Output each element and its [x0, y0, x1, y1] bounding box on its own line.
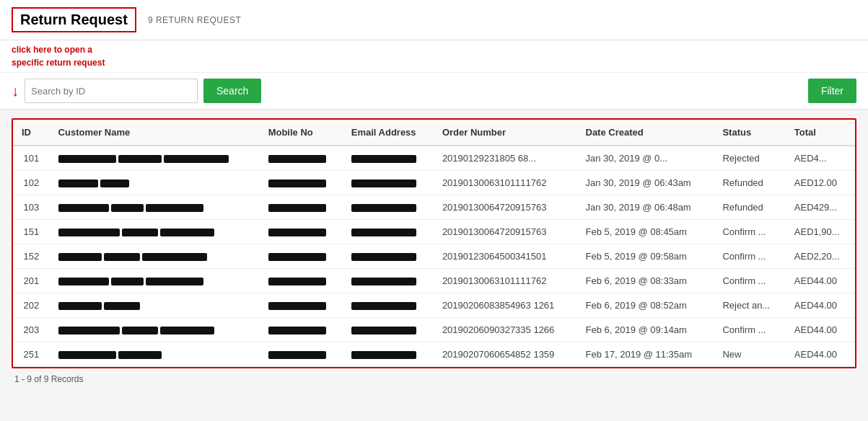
cell-date: Jan 30, 2019 @ 0...: [577, 146, 714, 171]
cell-id: 101: [13, 146, 50, 171]
cell-id: 152: [13, 244, 50, 269]
cell-customer-name: [50, 146, 260, 171]
col-email: Email Address: [343, 120, 434, 146]
cell-mobile: [260, 244, 343, 269]
table-row[interactable]: 20120190130063101111762Feb 6, 2019 @ 08:…: [13, 269, 855, 293]
cell-date: Feb 17, 2019 @ 11:35am: [577, 342, 714, 367]
cell-total: AED12.00: [786, 171, 855, 195]
cell-order: 20190130064720915763: [434, 195, 577, 220]
table-header-row: ID Customer Name Mobile No Email Address…: [13, 120, 855, 146]
cell-date: Feb 5, 2019 @ 08:45am: [577, 220, 714, 244]
cell-status: Refunded: [714, 195, 785, 220]
cell-mobile: [260, 195, 343, 220]
table-row[interactable]: 15220190123064500341501Feb 5, 2019 @ 09:…: [13, 244, 855, 269]
cell-mobile: [260, 318, 343, 342]
table-row[interactable]: 10120190129231805 68...Jan 30, 2019 @ 0.…: [13, 146, 855, 171]
col-mobile: Mobile No: [260, 120, 343, 146]
col-status: Status: [714, 120, 785, 146]
cell-customer-name: [50, 293, 260, 318]
breadcrumb: 9 RETURN REQUEST: [148, 15, 241, 25]
cell-total: AED44.00: [786, 293, 855, 318]
cell-mobile: [260, 269, 343, 293]
col-id: ID: [13, 120, 50, 146]
main-content: ID Customer Name Mobile No Email Address…: [0, 110, 868, 399]
cell-total: AED429...: [786, 195, 855, 220]
cell-email: [343, 171, 434, 195]
cell-status: Confirm ...: [714, 244, 785, 269]
cell-email: [343, 342, 434, 367]
col-order: Order Number: [434, 120, 577, 146]
cell-status: New: [714, 342, 785, 367]
cell-date: Jan 30, 2019 @ 06:43am: [577, 171, 714, 195]
cell-id: 201: [13, 269, 50, 293]
cell-email: [343, 195, 434, 220]
cell-order: 20190206083854963 1261: [434, 293, 577, 318]
cell-order: 20190206090327335 1266: [434, 318, 577, 342]
cell-order: 20190207060654852 1359: [434, 342, 577, 367]
cell-status: Confirm ...: [714, 269, 785, 293]
cell-status: Confirm ...: [714, 318, 785, 342]
cell-status: Reject an...: [714, 293, 785, 318]
cell-id: 102: [13, 171, 50, 195]
cell-order: 20190130063101111762: [434, 171, 577, 195]
cell-status: Refunded: [714, 171, 785, 195]
search-bar: ↓ Search Filter: [0, 73, 868, 110]
cell-date: Feb 6, 2019 @ 08:52am: [577, 293, 714, 318]
cell-mobile: [260, 293, 343, 318]
cell-order: 20190130063101111762: [434, 269, 577, 293]
cell-date: Feb 6, 2019 @ 09:14am: [577, 318, 714, 342]
table-wrapper: ID Customer Name Mobile No Email Address…: [12, 118, 856, 368]
cell-date: Jan 30, 2019 @ 06:48am: [577, 195, 714, 220]
cell-total: AED44.00: [786, 318, 855, 342]
arrow-icon: ↓: [12, 84, 19, 98]
cell-customer-name: [50, 220, 260, 244]
cell-mobile: [260, 220, 343, 244]
table-row[interactable]: 20320190206090327335 1266Feb 6, 2019 @ 0…: [13, 318, 855, 342]
cell-email: [343, 269, 434, 293]
search-input[interactable]: [25, 79, 198, 103]
record-count: 1 - 9 of 9 Records: [14, 374, 83, 384]
cell-status: Confirm ...: [714, 220, 785, 244]
table-row[interactable]: 20220190206083854963 1261Feb 6, 2019 @ 0…: [13, 293, 855, 318]
cell-mobile: [260, 342, 343, 367]
cell-email: [343, 293, 434, 318]
search-button[interactable]: Search: [203, 79, 261, 103]
cell-mobile: [260, 171, 343, 195]
table-row[interactable]: 10220190130063101111762Jan 30, 2019 @ 06…: [13, 171, 855, 195]
table-row[interactable]: 10320190130064720915763Jan 30, 2019 @ 06…: [13, 195, 855, 220]
col-customer-name: Customer Name: [50, 120, 260, 146]
filter-button[interactable]: Filter: [808, 79, 856, 103]
click-hint: click here to open a specific return req…: [12, 43, 856, 69]
cell-order: 20190123064500341501: [434, 244, 577, 269]
cell-order: 20190129231805 68...: [434, 146, 577, 171]
cell-id: 203: [13, 318, 50, 342]
col-date: Date Created: [577, 120, 714, 146]
table-row[interactable]: 15120190130064720915763Feb 5, 2019 @ 08:…: [13, 220, 855, 244]
cell-customer-name: [50, 342, 260, 367]
cell-customer-name: [50, 269, 260, 293]
table-footer: 1 - 9 of 9 Records: [12, 368, 856, 390]
cell-id: 202: [13, 293, 50, 318]
cell-email: [343, 220, 434, 244]
cell-total: AED4...: [786, 146, 855, 171]
page-title: Return Request: [12, 7, 136, 32]
cell-status: Rejected: [714, 146, 785, 171]
cell-id: 151: [13, 220, 50, 244]
requests-table: ID Customer Name Mobile No Email Address…: [13, 120, 855, 367]
cell-total: AED44.00: [786, 269, 855, 293]
cell-mobile: [260, 146, 343, 171]
cell-order: 20190130064720915763: [434, 220, 577, 244]
cell-email: [343, 244, 434, 269]
cell-total: AED1,90...: [786, 220, 855, 244]
cell-email: [343, 318, 434, 342]
cell-email: [343, 146, 434, 171]
col-total: Total: [786, 120, 855, 146]
cell-date: Feb 6, 2019 @ 08:33am: [577, 269, 714, 293]
top-bar: Return Request 9 RETURN REQUEST click he…: [0, 0, 868, 73]
cell-customer-name: [50, 318, 260, 342]
cell-total: AED2,20...: [786, 244, 855, 269]
cell-date: Feb 5, 2019 @ 09:58am: [577, 244, 714, 269]
cell-id: 103: [13, 195, 50, 220]
table-row[interactable]: 25120190207060654852 1359Feb 17, 2019 @ …: [13, 342, 855, 367]
cell-id: 251: [13, 342, 50, 367]
